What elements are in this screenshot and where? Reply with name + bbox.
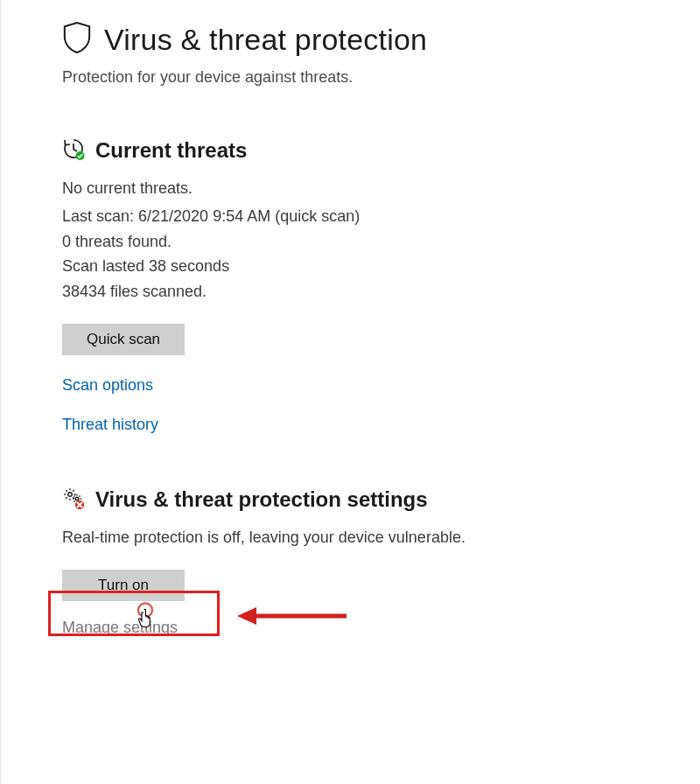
page-header: Virus & threat protection bbox=[62, 21, 639, 58]
svg-point-0 bbox=[76, 151, 85, 160]
turn-on-button[interactable]: Turn on bbox=[62, 570, 185, 601]
last-scan-line: Last scan: 6/21/2020 9:54 AM (quick scan… bbox=[62, 204, 639, 229]
manage-settings-link[interactable]: Manage settings bbox=[62, 619, 178, 637]
scan-history-icon bbox=[62, 137, 85, 164]
protection-settings-title: Virus & threat protection settings bbox=[95, 487, 428, 512]
shield-icon bbox=[62, 21, 92, 58]
svg-point-6 bbox=[138, 603, 152, 617]
scan-details: Last scan: 6/21/2020 9:54 AM (quick scan… bbox=[62, 204, 639, 304]
svg-point-2 bbox=[75, 497, 79, 500]
settings-warning-icon bbox=[62, 486, 85, 513]
svg-marker-8 bbox=[237, 607, 256, 625]
current-threats-header: Current threats bbox=[62, 137, 639, 164]
scan-options-link[interactable]: Scan options bbox=[62, 376, 153, 395]
threats-status: No current threats. bbox=[62, 176, 639, 201]
scan-duration-line: Scan lasted 38 seconds bbox=[62, 254, 639, 279]
protection-settings-desc: Real-time protection is off, leaving you… bbox=[62, 525, 639, 550]
page-title: Virus & threat protection bbox=[104, 23, 427, 57]
protection-settings-header: Virus & threat protection settings bbox=[62, 486, 639, 513]
current-threats-title: Current threats bbox=[95, 138, 247, 163]
threat-history-link[interactable]: Threat history bbox=[62, 416, 158, 434]
files-scanned-line: 38434 files scanned. bbox=[62, 279, 639, 304]
svg-point-1 bbox=[68, 493, 73, 497]
quick-scan-button[interactable]: Quick scan bbox=[62, 324, 185, 355]
page-subtitle: Protection for your device against threa… bbox=[62, 68, 639, 87]
threats-found-line: 0 threats found. bbox=[62, 229, 639, 255]
annotation-arrow-icon bbox=[237, 599, 351, 636]
